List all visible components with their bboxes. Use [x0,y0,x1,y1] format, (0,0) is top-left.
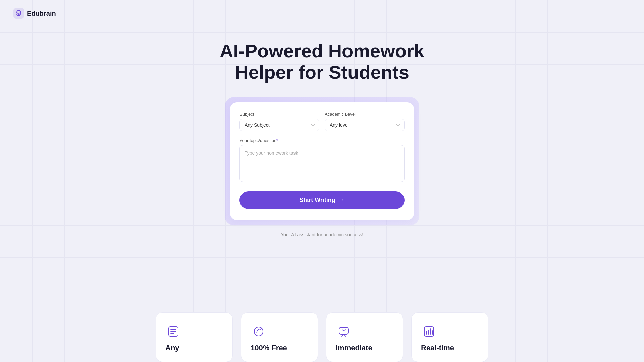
hero-title: AI-Powered Homework Helper for Students [205,40,439,83]
feature-icon-any [165,323,181,340]
form-card-outer: Subject Any Subject Mathematics Science … [225,97,419,225]
feature-card-realtime: Real-time [411,312,488,362]
svg-rect-10 [339,327,348,334]
svg-point-3 [19,12,20,12]
logo-icon [13,8,24,19]
arrow-right-icon: → [339,197,345,204]
level-group: Academic Level Any level Elementary Midd… [325,112,405,131]
feature-icon-free [251,323,267,340]
logo: Edubrain [13,8,56,19]
level-label: Academic Level [325,112,405,117]
svg-point-2 [17,12,18,12]
topic-group: Your topic/question* [239,138,405,183]
level-select[interactable]: Any level Elementary Middle School High … [325,119,405,131]
svg-point-9 [261,328,262,329]
feature-card-immediate: Immediate [326,312,403,362]
feature-card-any: Any [156,312,233,362]
subject-group: Subject Any Subject Mathematics Science … [239,112,319,131]
feature-icon-immediate [336,323,352,340]
form-card: Subject Any Subject Mathematics Science … [230,102,414,220]
start-writing-label: Start Writing [299,197,335,204]
topic-label: Your topic/question [239,138,276,143]
subject-label: Subject [239,112,319,117]
feature-title-free: 100% Free [251,344,287,352]
features-row: Any 100% Free Immediate [0,312,644,362]
header: Edubrain [0,0,644,27]
feature-card-free: 100% Free [241,312,318,362]
logo-text: Edubrain [27,10,56,17]
topic-textarea[interactable] [239,145,405,182]
feature-title-immediate: Immediate [336,344,372,352]
tagline: Your AI assistant for academic success! [281,232,363,237]
feature-icon-realtime [421,323,437,340]
start-writing-button[interactable]: Start Writing → [239,191,405,209]
subject-select[interactable]: Any Subject Mathematics Science English … [239,119,319,131]
required-star: * [276,138,278,143]
feature-title-realtime: Real-time [421,344,454,352]
topic-label-wrapper: Your topic/question* [239,138,405,143]
form-row-top: Subject Any Subject Mathematics Science … [239,112,405,131]
main-content: AI-Powered Homework Helper for Students … [0,40,644,237]
feature-title-any: Any [165,344,179,352]
